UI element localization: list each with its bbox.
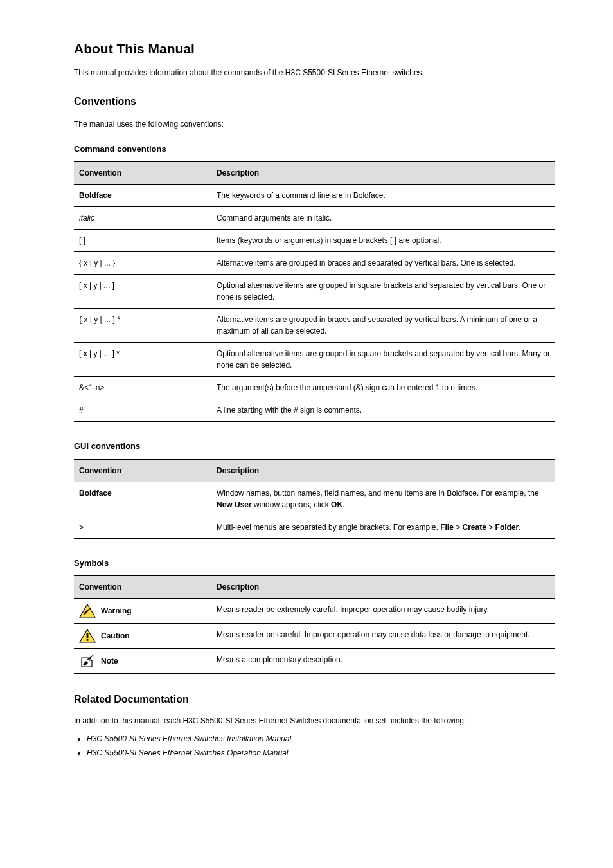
description-cell: A line starting with the # sign is comme…: [211, 399, 555, 422]
related-doc-list: H3C S5500-SI Series Ethernet Switches In…: [74, 733, 555, 759]
description-cell: Window names, button names, field names,…: [211, 482, 555, 516]
table-row: [ x | y | ... ]Optional alternative item…: [74, 275, 555, 309]
warning-label: Warning: [101, 605, 132, 617]
description-cell: Command arguments are in italic.: [211, 207, 555, 230]
caution-icon: [79, 629, 96, 643]
related-heading: Related Documentation: [74, 692, 555, 707]
convention-cell: #: [74, 399, 211, 422]
description-cell: Items (keywords or arguments) in square …: [211, 230, 555, 252]
page-title: About This Manual: [74, 39, 555, 59]
convention-cell: >: [74, 516, 211, 538]
convention-cell: { x | y | ... }: [74, 252, 211, 275]
table-row: BoldfaceWindow names, button names, fiel…: [74, 482, 555, 516]
convention-cell: Boldface: [74, 185, 211, 207]
table-row: >Multi-level menus are separated by angl…: [74, 516, 555, 538]
table-row: &<1-n>The argument(s) before the ampersa…: [74, 377, 555, 399]
description-cell: Multi-level menus are separated by angle…: [211, 516, 555, 538]
gui-conv-heading: GUI conventions: [74, 440, 555, 453]
table-row: WarningMeans reader be extremely careful…: [74, 599, 555, 624]
caution-label: Caution: [101, 630, 130, 642]
description-cell: Alternative items are grouped in braces …: [211, 309, 555, 343]
table-row: BoldfaceThe keywords of a command line a…: [74, 185, 555, 207]
col-header-description: Description: [211, 576, 555, 599]
description-cell: Optional alternative items are grouped i…: [211, 275, 555, 309]
description-cell: Alternative items are grouped in braces …: [211, 252, 555, 275]
description-cell: Means a complementary description.: [211, 649, 555, 674]
command-conv-heading: Command conventions: [74, 143, 555, 156]
table-row: italicCommand arguments are in italic.: [74, 207, 555, 230]
col-header-convention: Convention: [74, 576, 211, 599]
convention-cell: [ ]: [74, 230, 211, 252]
col-header-description: Description: [211, 459, 555, 482]
convention-cell: &<1-n>: [74, 377, 211, 399]
table-row: { x | y | ... } *Alternative items are g…: [74, 309, 555, 343]
related-doc-item: H3C S5500-SI Series Ethernet Switches In…: [87, 733, 555, 745]
conventions-lead: The manual uses the following convention…: [74, 118, 555, 130]
symbols-table: Convention Description WarningMeans read…: [74, 575, 555, 674]
svg-rect-3: [87, 639, 89, 641]
description-cell: Means reader be careful. Improper operat…: [211, 624, 555, 649]
description-cell: The keywords of a command line are in Bo…: [211, 185, 555, 207]
related-doc-item: H3C S5500-SI Series Ethernet Switches Op…: [87, 747, 555, 759]
conventions-heading: Conventions: [74, 94, 555, 109]
table-row: [ ]Items (keywords or arguments) in squa…: [74, 230, 555, 252]
convention-cell: italic: [74, 207, 211, 230]
table-row: #A line starting with the # sign is comm…: [74, 399, 555, 422]
note-icon: [79, 654, 96, 668]
gui-conventions-table: Convention Description BoldfaceWindow na…: [74, 459, 555, 539]
table-row: [ x | y | ... ] *Optional alternative it…: [74, 343, 555, 377]
related-lead: In addition to this manual, each H3C S55…: [74, 715, 555, 727]
col-header-convention: Convention: [74, 162, 211, 185]
command-conventions-table: Convention Description BoldfaceThe keywo…: [74, 161, 555, 422]
table-row: CautionMeans reader be careful. Improper…: [74, 624, 555, 649]
convention-cell: Boldface: [74, 482, 211, 516]
convention-cell: Warning: [74, 599, 211, 624]
description-cell: Means reader be extremely careful. Impro…: [211, 599, 555, 624]
description-cell: The argument(s) before the ampersand (&)…: [211, 377, 555, 399]
convention-cell: [ x | y | ... ] *: [74, 343, 211, 377]
note-label: Note: [101, 655, 118, 667]
table-row: { x | y | ... }Alternative items are gro…: [74, 252, 555, 275]
col-header-convention: Convention: [74, 459, 211, 482]
convention-cell: Note: [74, 649, 211, 674]
description-cell: Optional alternative items are grouped i…: [211, 343, 555, 377]
convention-cell: Caution: [74, 624, 211, 649]
col-header-description: Description: [211, 162, 555, 185]
symbols-heading: Symbols: [74, 557, 555, 570]
convention-cell: [ x | y | ... ]: [74, 275, 211, 309]
intro-text: This manual provides information about t…: [74, 67, 555, 78]
svg-rect-2: [87, 633, 89, 638]
warning-icon: [79, 604, 96, 618]
convention-cell: { x | y | ... } *: [74, 309, 211, 343]
table-row: NoteMeans a complementary description.: [74, 649, 555, 674]
